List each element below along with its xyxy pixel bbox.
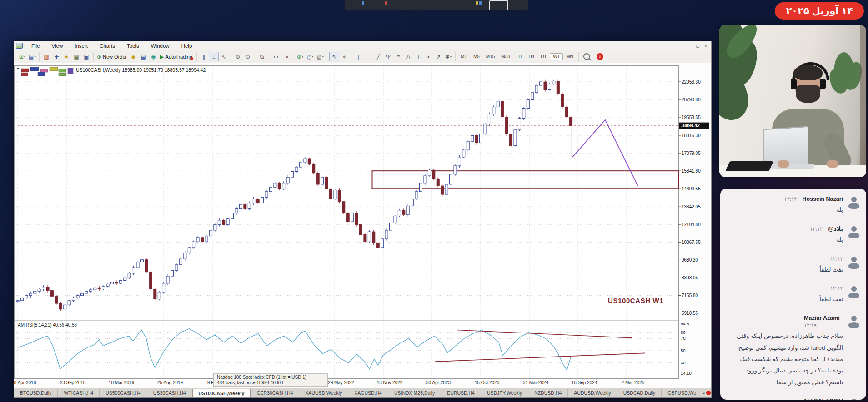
zoom-in-icon[interactable]: ⊕ (233, 52, 243, 61)
chat-author: Hossein Nazari (802, 196, 843, 202)
timeframe-d1[interactable]: D1 (537, 53, 550, 60)
chat-timestamp: ۱۲:۱۳ (830, 285, 843, 292)
chat-text: بله (727, 204, 843, 215)
menu-item-insert[interactable]: Insert (69, 43, 94, 49)
svg-text:7155.80: 7155.80 (682, 293, 698, 298)
label-icon[interactable]: T (413, 52, 423, 61)
data-window-icon[interactable]: ✚ (51, 52, 61, 61)
indicators-icon[interactable]: ⊕▾ (295, 52, 305, 61)
minimize-button[interactable]: — (687, 44, 691, 48)
menu-item-tools[interactable]: Tools (121, 43, 145, 49)
tab-wticash[interactable]: WTICASH,H4 (58, 389, 100, 397)
fragment-outline-box (489, 0, 508, 10)
menu-item-view[interactable]: View (46, 43, 69, 49)
tab-usindx m25[interactable]: USINDX M25,Daily (388, 389, 441, 397)
toolbar-group: ⊕New Order◆▤◉▶AutoTrading (94, 52, 197, 61)
app-icon[interactable] (16, 43, 23, 49)
favorites-icon[interactable]: ★ (61, 52, 71, 61)
tab-us30cash[interactable]: US30CASH,H4 (147, 389, 192, 397)
cursor-icon[interactable]: ↖ (329, 52, 339, 61)
arrows-icon[interactable]: ⇗ (433, 52, 443, 61)
channel-icon[interactable]: Ψ (383, 52, 393, 61)
avatar-icon (847, 196, 861, 211)
menu-item-help[interactable]: Help (176, 43, 198, 49)
shapes-icon[interactable]: ▪ (423, 52, 433, 61)
candlestick-chart-icon[interactable]: ⌶ (209, 52, 219, 61)
timeframe-w1[interactable]: W1 (550, 53, 563, 60)
profiles-icon[interactable]: ▤▾ (27, 52, 37, 61)
crosshair-icon[interactable]: ⌖ (339, 52, 349, 61)
toolbar-group: |—╱Ψ≡AT▪⇗✱▾ (351, 52, 456, 61)
timeframe-h1[interactable]: H1 (513, 53, 526, 60)
tabs-scroll-left-icon[interactable]: ◂ (702, 391, 704, 395)
search-icon[interactable] (583, 53, 590, 60)
tab-usdjpy[interactable]: USDJPY,Weekly (481, 389, 528, 397)
menu-item-charts[interactable]: Charts (94, 43, 121, 49)
notification-badge[interactable]: 1 (597, 53, 603, 60)
menu-item-file[interactable]: File (25, 43, 46, 49)
chat-message: ۱۲:۱۲نفت لطفاً (727, 256, 861, 275)
chat-panel[interactable]: Hossein Nazari۱۲:۱۲بله@بلاد۱۲:۱۲بله۱۲:۱۲… (720, 189, 866, 400)
timeframe-mn[interactable]: MN (563, 53, 577, 60)
tab-eurusd[interactable]: EURUSD,H4 (441, 389, 481, 397)
autotrading-icon[interactable]: ▶AutoTrading (158, 52, 195, 61)
vertical-line-icon[interactable]: | (353, 52, 363, 61)
horizontal-line-icon[interactable]: — (363, 52, 373, 61)
templates-icon[interactable]: ▧▾ (315, 52, 325, 61)
close-button[interactable]: ✕ (704, 44, 707, 48)
menu-item-window[interactable]: Window (145, 43, 176, 49)
tab-audusd[interactable]: AUDUSD,Weekly (568, 389, 617, 397)
chart-area[interactable]: US100CASH W122053.3020790.8019553.551831… (14, 63, 711, 388)
timeframe-h4[interactable]: H4 (526, 53, 538, 60)
toolbar-group: ⧉ (255, 52, 269, 61)
tab-usdcad[interactable]: USDCAD,Daily (617, 389, 662, 397)
timeframe-m15[interactable]: M15 (483, 53, 498, 60)
alerts-icon[interactable]: ◆ (128, 52, 138, 61)
svg-text:29 May 2022: 29 May 2022 (328, 380, 354, 385)
bar-chart-icon[interactable]: ∥ (199, 52, 209, 61)
svg-text:20790.80: 20790.80 (682, 97, 701, 102)
terminal-icon[interactable]: ▣ (81, 52, 91, 61)
new-order-icon[interactable]: ⊕New Order (95, 52, 128, 61)
svg-text:23 Sep 2018: 23 Sep 2018 (60, 380, 86, 385)
tile-windows-icon[interactable]: ⧉ (257, 52, 267, 61)
fragment-dot-icon (362, 1, 364, 5)
zoom-out-icon[interactable]: ⊖ (243, 52, 253, 61)
tabs-alert-dot (706, 391, 711, 395)
tab-gbpusd[interactable]: GBPUSD,We (662, 389, 702, 397)
chart-shift-icon[interactable]: ⇥ (281, 52, 291, 61)
tab-ger30cash[interactable]: GER30CASH,H4 (251, 389, 299, 397)
fibonacci-icon[interactable]: ≡ (393, 52, 403, 61)
navigator-icon[interactable]: ▦ (71, 52, 81, 61)
line-chart-icon[interactable]: ∿ (219, 52, 229, 61)
chat-timestamp: ۱۲:۱۲ (810, 226, 823, 232)
timeframe-m5[interactable]: M5 (470, 53, 483, 60)
text-icon[interactable]: A (403, 52, 413, 61)
market-watch-icon[interactable]: ▥ (41, 52, 51, 61)
auto-scroll-icon[interactable]: ↦ (271, 52, 281, 61)
tab-xagusd[interactable]: XAGUSD,H4 (348, 389, 388, 397)
periods-icon[interactable]: ◷▾ (305, 52, 315, 61)
trendline-icon[interactable]: ╱ (373, 52, 383, 61)
tab-us100cash[interactable]: US100CASH,Weekly (192, 389, 251, 397)
price-chart-svg[interactable]: US100CASH W122053.3020790.8019553.551831… (14, 63, 710, 388)
timeframe-group: M1M5M15M30H1H4D1W1MN (456, 52, 579, 61)
svg-text:50: 50 (681, 348, 686, 353)
tab-nzdusd[interactable]: NZDUSD,H4 (528, 389, 568, 397)
news-icon[interactable]: ◉ (148, 52, 158, 61)
metatrader-window: FileViewInsertChartsToolsWindowHelp — ▢ … (14, 41, 712, 398)
new-chart-icon[interactable]: ⊞▾ (17, 52, 27, 61)
tabs-scroll[interactable]: ◂ (702, 391, 712, 395)
toolbar-group: ↦⇥ (269, 52, 293, 61)
restore-button[interactable]: ▢ (696, 44, 700, 48)
tab-xauusd[interactable]: XAUUSD,Weekly (299, 389, 348, 397)
more-tools-icon[interactable]: ✱▾ (443, 52, 453, 61)
chat-timestamp: ۱۲:۱۹ (804, 322, 817, 328)
tab-btcusd[interactable]: BTCUSD,Daily (14, 389, 58, 397)
print-icon[interactable]: ▤ (138, 52, 148, 61)
timeframe-m1[interactable]: M1 (457, 53, 470, 60)
svg-text:US100CASH,Weekly 18985.00 1905: US100CASH,Weekly 18985.00 19051.70 18805… (76, 67, 206, 73)
tab-us500cash[interactable]: US500CASH,H4 (100, 389, 147, 397)
timeframe-m30[interactable]: M30 (498, 53, 513, 60)
toolbar-group: ↖⌖ (327, 52, 351, 61)
